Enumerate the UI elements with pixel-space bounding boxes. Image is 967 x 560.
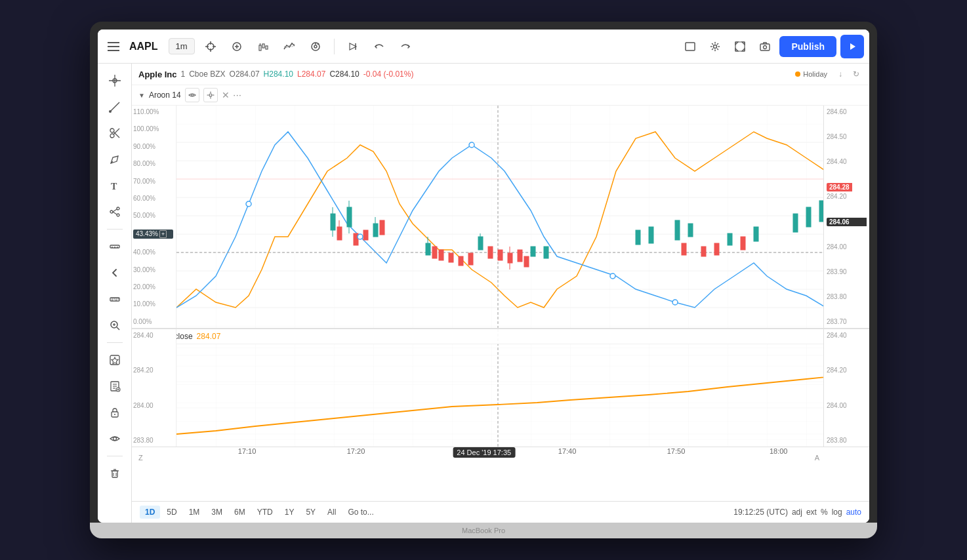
ext-button[interactable]: ext [806, 508, 817, 517]
timeframe-button[interactable]: 1m [169, 38, 195, 54]
svg-rect-122 [524, 256, 529, 267]
aroon-svg [176, 106, 823, 329]
tf-all[interactable]: All [322, 506, 341, 519]
notes-icon[interactable] [103, 374, 127, 398]
price-284-40: 284.40 [827, 158, 867, 165]
ema-right-axis: 284.40 284.20 284.00 283.80 [823, 329, 869, 447]
refresh-icon[interactable]: ↻ [850, 68, 863, 81]
aroon-level-20: 20.00% [133, 283, 173, 290]
svg-rect-142 [176, 329, 823, 447]
trash-icon[interactable] [103, 462, 127, 485]
svg-rect-117 [498, 250, 503, 260]
scroll-down-icon[interactable]: ↓ [834, 68, 847, 81]
tf-1y[interactable]: 1Y [279, 506, 300, 519]
tf-1m[interactable]: 1M [184, 506, 205, 519]
left-sidebar: T [98, 64, 132, 523]
tf-ytd[interactable]: YTD [252, 506, 278, 519]
svg-rect-68 [176, 106, 823, 329]
adj-button[interactable]: adj [792, 508, 802, 517]
settings-icon[interactable] [705, 36, 726, 57]
layout-icon[interactable] [680, 36, 701, 57]
svg-rect-99 [728, 233, 732, 245]
aroon-level-70: 70.00% [133, 178, 173, 185]
auto-button[interactable]: auto [846, 508, 861, 517]
svg-rect-96 [649, 227, 653, 243]
indicators-icon[interactable] [279, 36, 300, 57]
text-tool[interactable]: T [103, 174, 127, 197]
line-tool[interactable] [103, 95, 127, 119]
timestamp-label: 19:12:25 (UTC) [733, 508, 788, 517]
svg-rect-116 [488, 247, 493, 258]
svg-line-25 [110, 102, 119, 111]
svg-rect-84 [347, 207, 352, 227]
price-284-50: 284.50 [827, 133, 867, 140]
indicator-bar: ▼ Aroon 14 ✕ · [132, 85, 869, 106]
svg-rect-81 [331, 214, 335, 230]
svg-line-47 [117, 327, 119, 330]
tf-5y[interactable]: 5Y [300, 506, 321, 519]
svg-point-18 [714, 45, 717, 48]
alerts-icon[interactable] [305, 36, 326, 57]
eye-icon[interactable] [103, 427, 127, 450]
symbol-label[interactable]: AAPL [129, 41, 158, 52]
indicator-settings-btn[interactable] [203, 88, 218, 102]
redo-icon[interactable] [395, 36, 416, 57]
log-button[interactable]: log [832, 508, 842, 517]
chart-type-icon[interactable] [253, 36, 274, 57]
replay-icon[interactable] [342, 36, 363, 57]
z-label: Z [138, 454, 143, 462]
percent-button[interactable]: % [821, 508, 828, 517]
indicator-close-btn[interactable]: ✕ [222, 90, 230, 100]
chart-area: Apple Inc 1 Cboe BZX O284.07 H284.10 L28… [132, 64, 869, 523]
svg-point-59 [114, 414, 115, 415]
goto-button[interactable]: Go to... [342, 506, 379, 519]
measure-tool[interactable] [103, 235, 127, 258]
play-button[interactable] [840, 35, 864, 58]
svg-rect-8 [259, 45, 261, 50]
price-close: C284.10 [329, 70, 359, 79]
price-change: -0.04 (-0.01%) [363, 70, 414, 79]
watchlist-icon[interactable] [103, 348, 127, 372]
price-284-00: 284.00 [827, 243, 867, 250]
aroon-level-60: 60.00% [133, 195, 173, 202]
pen-tool[interactable] [103, 148, 127, 171]
fullscreen-icon[interactable] [730, 36, 751, 57]
toolbar-right: Publish [680, 35, 864, 58]
tf-3m[interactable]: 3M [206, 506, 228, 519]
svg-point-60 [113, 437, 116, 441]
publish-button[interactable]: Publish [779, 36, 836, 57]
draw-scissors[interactable] [103, 121, 127, 145]
undo-icon[interactable] [369, 36, 390, 57]
indicator-more-btn[interactable]: ··· [234, 90, 242, 100]
svg-rect-102 [806, 207, 811, 227]
lock-icon[interactable] [103, 401, 127, 424]
aroon-right-axis: 284.60 284.50 284.40 284.28 284.20 284.0… [823, 106, 869, 328]
cursor-time-label: 24 Dec '19 17:35 [453, 447, 515, 458]
tf-1d[interactable]: 1D [140, 506, 160, 519]
svg-point-135 [246, 201, 251, 207]
tf-5d[interactable]: 5D [161, 506, 182, 519]
ruler-tool[interactable] [103, 287, 127, 311]
svg-rect-98 [688, 224, 693, 237]
add-indicator-icon[interactable] [226, 36, 247, 57]
svg-text:T: T [111, 182, 117, 191]
svg-rect-61 [112, 471, 117, 477]
bottom-right-controls: 19:12:25 (UTC) adj ext % log auto [733, 508, 861, 517]
camera-icon[interactable] [754, 36, 775, 57]
aroon-chart[interactable]: 110.00% 100.00% 90.00% 80.00% 70.00% 60.… [132, 106, 869, 329]
indicator-eye-btn[interactable] [185, 88, 199, 102]
menu-button[interactable] [103, 36, 124, 57]
stock-name: Apple Inc [138, 70, 177, 79]
svg-point-34 [117, 214, 119, 216]
ema-y-axis: 284.40 284.20 284.00 283.80 [132, 329, 176, 447]
node-tool[interactable] [103, 200, 127, 224]
ema-panel: ▼ EMA 9 close 284.07 [132, 329, 869, 447]
svg-point-66 [191, 94, 193, 96]
draw-crosshair-icon[interactable] [200, 36, 221, 57]
indicator-chevron[interactable]: ▼ [138, 92, 145, 99]
zoom-tool[interactable] [103, 313, 127, 337]
crosshair-tool[interactable] [103, 69, 127, 92]
tf-6m[interactable]: 6M [229, 506, 251, 519]
aroon-level-10: 10.00% [133, 300, 173, 308]
back-arrow[interactable] [103, 261, 127, 285]
